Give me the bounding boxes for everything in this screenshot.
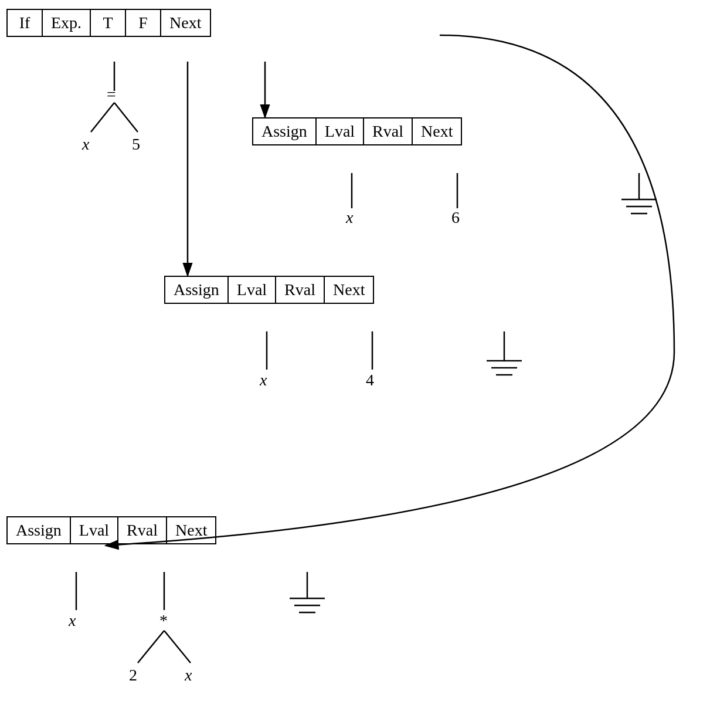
assign3-rval-left: 2 — [129, 666, 137, 685]
svg-line-20 — [138, 631, 164, 663]
assign-field-2: Assign — [165, 277, 229, 303]
assign3-rval-right: x — [185, 666, 192, 685]
svg-line-3 — [114, 103, 138, 132]
next-field-1: Next — [413, 118, 461, 144]
rval-field-2: Rval — [276, 277, 325, 303]
next-field-3: Next — [167, 517, 215, 543]
svg-line-2 — [91, 103, 114, 132]
if-field: If — [8, 10, 43, 36]
assign-record-2: Assign Lval Rval Next — [164, 276, 374, 304]
lval-field-1: Lval — [317, 118, 364, 144]
assign3-rval-value: * — [159, 611, 168, 630]
exp-left-value: x — [82, 135, 89, 154]
exp-right-value: 5 — [132, 135, 140, 154]
assign3-lval-value: x — [69, 611, 76, 630]
t-field: T — [91, 10, 126, 36]
next-field-2: Next — [325, 277, 373, 303]
assign2-lval-value: x — [260, 371, 267, 390]
rval-field-1: Rval — [364, 118, 413, 144]
if-record: If Exp. T F Next — [6, 9, 211, 37]
assign-field-3: Assign — [8, 517, 71, 543]
assign-record-1: Assign Lval Rval Next — [252, 117, 462, 145]
assign2-rval-value: 4 — [366, 371, 374, 390]
exp-equals: = — [107, 85, 116, 104]
assign-field-1: Assign — [253, 118, 317, 144]
lval-field-2: Lval — [229, 277, 276, 303]
exp-field: Exp. — [43, 10, 91, 36]
next-field-if: Next — [161, 10, 209, 36]
f-field: F — [126, 10, 161, 36]
lval-field-3: Lval — [71, 517, 118, 543]
svg-line-21 — [164, 631, 191, 663]
assign-record-3: Assign Lval Rval Next — [6, 516, 216, 544]
assign1-rval-value: 6 — [451, 208, 460, 227]
rval-field-3: Rval — [118, 517, 167, 543]
assign1-lval-value: x — [346, 208, 353, 227]
